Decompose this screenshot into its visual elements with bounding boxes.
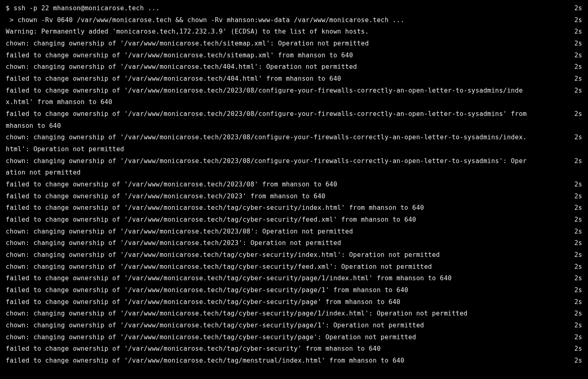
terminal-line: chown: changing ownership of '/var/www/m… — [6, 237, 582, 249]
terminal-line-duration: 2s — [574, 61, 582, 73]
terminal-line-text: failed to change ownership of '/var/www/… — [6, 50, 566, 61]
terminal-line-duration: 2s — [574, 249, 582, 261]
terminal-line-duration: 2s — [574, 38, 582, 50]
terminal-line-duration: 2s — [574, 2, 582, 14]
terminal-line-text: failed to change ownership of '/var/www/… — [6, 85, 530, 108]
terminal-line-duration: 2s — [574, 191, 582, 202]
terminal-line-duration: 2s — [574, 272, 582, 284]
terminal-line-text: failed to change ownership of '/var/www/… — [6, 214, 566, 226]
terminal-line-text: chown: changing ownership of '/var/www/m… — [6, 237, 566, 249]
terminal-line-text: chown: changing ownership of '/var/www/m… — [6, 249, 566, 261]
terminal-line: chown: changing ownership of '/var/www/m… — [6, 132, 582, 155]
terminal-line-text: failed to change ownership of '/var/www/… — [6, 179, 566, 191]
terminal-line-text: failed to change ownership of '/var/www/… — [6, 296, 566, 308]
terminal-line-duration: 2s — [574, 73, 582, 85]
terminal-line-text: chown: changing ownership of '/var/www/m… — [6, 38, 566, 50]
terminal-line: failed to change ownership of '/var/www/… — [6, 85, 582, 108]
terminal-line-text: failed to change ownership of '/var/www/… — [6, 73, 566, 85]
terminal-line-text: Warning: Permanently added 'monicarose.t… — [6, 26, 566, 38]
terminal-line: chown: changing ownership of '/var/www/m… — [6, 331, 582, 343]
terminal-line-duration: 2s — [574, 132, 582, 143]
terminal-output[interactable]: $ ssh -p 22 mhanson@monicarose.tech ...2… — [6, 2, 582, 367]
terminal-line-duration: 2s — [574, 155, 582, 167]
terminal-line-text: failed to change ownership of '/var/www/… — [6, 108, 530, 132]
terminal-line: chown: changing ownership of '/var/www/m… — [6, 155, 582, 179]
terminal-line: chown: changing ownership of '/var/www/m… — [6, 61, 582, 73]
terminal-line-duration: 2s — [574, 202, 582, 214]
terminal-line-text: chown: changing ownership of '/var/www/m… — [6, 320, 566, 331]
terminal-line: chown: changing ownership of '/var/www/m… — [6, 38, 582, 50]
terminal-line-text: failed to change ownership of '/var/www/… — [6, 343, 566, 355]
terminal-line-text: failed to change ownership of '/var/www/… — [6, 355, 566, 367]
terminal-line-duration: 2s — [574, 331, 582, 343]
terminal-line: chown: changing ownership of '/var/www/m… — [6, 261, 582, 273]
terminal-line-text: failed to change ownership of '/var/www/… — [6, 284, 566, 296]
terminal-line: failed to change ownership of '/var/www/… — [6, 343, 582, 355]
terminal-line-text: chown: changing ownership of '/var/www/m… — [6, 132, 530, 155]
terminal-line: failed to change ownership of '/var/www/… — [6, 191, 582, 202]
terminal-line: $ ssh -p 22 mhanson@monicarose.tech ...2… — [6, 2, 582, 14]
terminal-line: > chown -Rv 0640 /var/www/monicarose.tec… — [6, 14, 582, 26]
terminal-line-duration: 2s — [574, 179, 582, 191]
terminal-line-duration: 2s — [574, 296, 582, 308]
terminal-line-duration: 2s — [574, 355, 582, 367]
terminal-line: failed to change ownership of '/var/www/… — [6, 108, 582, 132]
terminal-line-duration: 2s — [574, 214, 582, 226]
terminal-line: failed to change ownership of '/var/www/… — [6, 272, 582, 284]
terminal-line-duration: 2s — [574, 320, 582, 331]
terminal-line-duration: 2s — [574, 308, 582, 320]
terminal-line-text: failed to change ownership of '/var/www/… — [6, 191, 566, 202]
terminal-line: chown: changing ownership of '/var/www/m… — [6, 320, 582, 331]
terminal-line-text: failed to change ownership of '/var/www/… — [6, 202, 566, 214]
terminal-line-duration: 2s — [574, 50, 582, 61]
terminal-line-duration: 2s — [574, 237, 582, 249]
terminal-line: chown: changing ownership of '/var/www/m… — [6, 308, 582, 320]
terminal-line-duration: 2s — [574, 226, 582, 238]
terminal-line-text: chown: changing ownership of '/var/www/m… — [6, 331, 566, 343]
terminal-line-text: > chown -Rv 0640 /var/www/monicarose.tec… — [6, 14, 566, 26]
terminal-line: failed to change ownership of '/var/www/… — [6, 284, 582, 296]
terminal-line-duration: 2s — [574, 284, 582, 296]
terminal-line: chown: changing ownership of '/var/www/m… — [6, 249, 582, 261]
terminal-line: chown: changing ownership of '/var/www/m… — [6, 226, 582, 238]
terminal-line-duration: 2s — [574, 14, 582, 26]
terminal-line: Warning: Permanently added 'monicarose.t… — [6, 26, 582, 38]
terminal-line: failed to change ownership of '/var/www/… — [6, 179, 582, 191]
terminal-line: failed to change ownership of '/var/www/… — [6, 296, 582, 308]
terminal-line: failed to change ownership of '/var/www/… — [6, 214, 582, 226]
terminal-line-text: chown: changing ownership of '/var/www/m… — [6, 261, 566, 273]
terminal-line-text: $ ssh -p 22 mhanson@monicarose.tech ... — [6, 2, 566, 14]
terminal-line-text: chown: changing ownership of '/var/www/m… — [6, 61, 566, 73]
terminal-line-duration: 2s — [574, 261, 582, 273]
terminal-line-duration: 2s — [574, 343, 582, 355]
terminal-line-duration: 2s — [574, 26, 582, 38]
terminal-line: failed to change ownership of '/var/www/… — [6, 355, 582, 367]
terminal-line-text: chown: changing ownership of '/var/www/m… — [6, 226, 566, 238]
terminal-line-text: failed to change ownership of '/var/www/… — [6, 272, 566, 284]
terminal-line-text: chown: changing ownership of '/var/www/m… — [6, 308, 566, 320]
terminal-line: failed to change ownership of '/var/www/… — [6, 73, 582, 85]
terminal-line: failed to change ownership of '/var/www/… — [6, 202, 582, 214]
terminal-line-text: chown: changing ownership of '/var/www/m… — [6, 155, 530, 179]
terminal-line-duration: 2s — [574, 108, 582, 120]
terminal-line-duration: 2s — [574, 85, 582, 97]
terminal-line: failed to change ownership of '/var/www/… — [6, 50, 582, 61]
